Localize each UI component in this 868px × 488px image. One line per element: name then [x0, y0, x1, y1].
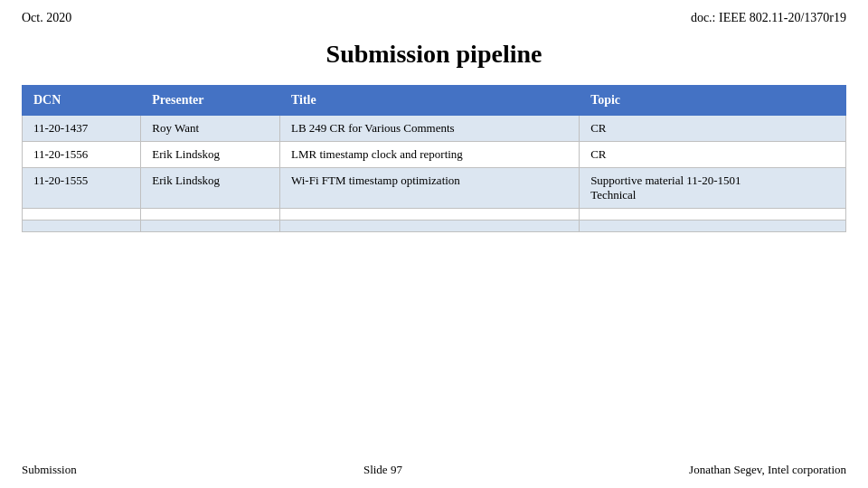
date-label: Oct. 2020: [22, 11, 71, 25]
doc-reference: doc.: IEEE 802.11-20/1370r19: [691, 11, 846, 25]
submission-table-container: DCN Presenter Title Topic 11-20-1437Roy …: [0, 85, 868, 232]
footer-slide-number: Slide 97: [363, 463, 402, 477]
cell-topic: Supportive material 11-20-1501Technical: [580, 168, 846, 209]
cell-title: LB 249 CR for Various Comments: [279, 116, 579, 142]
cell-topic: [580, 209, 846, 221]
table-row: 11-20-1437Roy WantLB 249 CR for Various …: [23, 116, 846, 142]
cell-dcn: 11-20-1556: [23, 142, 141, 168]
cell-presenter: [141, 209, 280, 221]
page-title: Submission pipeline: [0, 40, 868, 69]
footer-submission-label: Submission: [22, 463, 77, 477]
cell-topic: CR: [580, 142, 846, 168]
cell-dcn: 11-20-1437: [23, 116, 141, 142]
slide-page: Oct. 2020 doc.: IEEE 802.11-20/1370r19 S…: [0, 0, 868, 488]
cell-dcn: 11-20-1555: [23, 168, 141, 209]
cell-presenter: Erik Lindskog: [141, 142, 280, 168]
cell-title: Wi-Fi FTM timestamp optimization: [279, 168, 579, 209]
slide-footer: Submission Slide 97 Jonathan Segev, Inte…: [0, 463, 868, 477]
col-header-topic: Topic: [580, 86, 846, 116]
cell-presenter: Roy Want: [141, 116, 280, 142]
table-row: 11-20-1555Erik LindskogWi-Fi FTM timesta…: [23, 168, 846, 209]
cell-topic: CR: [580, 116, 846, 142]
cell-dcn: [23, 221, 141, 232]
table-header-row: DCN Presenter Title Topic: [23, 86, 846, 116]
cell-title: LMR timestamp clock and reporting: [279, 142, 579, 168]
col-header-presenter: Presenter: [141, 86, 280, 116]
table-row: [23, 221, 846, 232]
cell-topic: [580, 221, 846, 232]
cell-title: [279, 209, 579, 221]
col-header-title: Title: [279, 86, 579, 116]
cell-dcn: [23, 209, 141, 221]
cell-title: [279, 221, 579, 232]
cell-presenter: Erik Lindskog: [141, 168, 280, 209]
col-header-dcn: DCN: [23, 86, 141, 116]
table-row: [23, 209, 846, 221]
slide-header: Oct. 2020 doc.: IEEE 802.11-20/1370r19: [0, 0, 868, 33]
table-row: 11-20-1556Erik LindskogLMR timestamp clo…: [23, 142, 846, 168]
footer-author: Jonathan Segev, Intel corporation: [689, 463, 846, 477]
submission-table: DCN Presenter Title Topic 11-20-1437Roy …: [22, 85, 846, 232]
cell-presenter: [141, 221, 280, 232]
